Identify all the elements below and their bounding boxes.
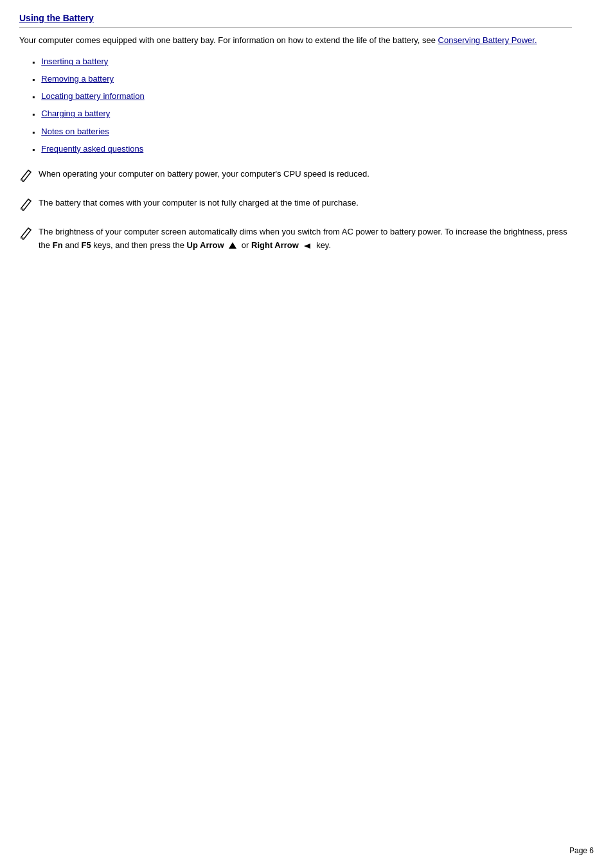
note-text-3: The brightness of your computer screen a… (39, 226, 572, 252)
svg-marker-3 (229, 242, 236, 249)
inserting-battery-link[interactable]: Inserting a battery (41, 57, 108, 66)
notes-batteries-link[interactable]: Notes on batteries (41, 127, 109, 136)
list-item: Charging a battery (32, 109, 572, 121)
note-icon-3 (19, 226, 33, 244)
note-icon-2 (19, 197, 33, 215)
topic-list: Inserting a battery Removing a battery L… (32, 57, 572, 156)
page-content: Using the Battery Your computer comes eq… (0, 0, 591, 288)
conserving-battery-link[interactable]: Conserving Battery Power. (438, 35, 537, 45)
note-2: The battery that comes with your compute… (19, 197, 572, 215)
note-1: When operating your computer on battery … (19, 168, 572, 186)
svg-rect-1 (20, 208, 24, 210)
list-item: Notes on batteries (32, 127, 572, 139)
svg-rect-2 (20, 237, 24, 239)
list-item: Inserting a battery (32, 57, 572, 69)
removing-battery-link[interactable]: Removing a battery (41, 74, 114, 84)
faq-link[interactable]: Frequently asked questions (41, 144, 143, 154)
intro-text: Your computer comes equipped with one ba… (19, 35, 436, 45)
svg-rect-0 (20, 179, 24, 181)
note-icon-1 (19, 168, 33, 186)
note-text-1: When operating your computer on battery … (39, 168, 369, 181)
charging-battery-link[interactable]: Charging a battery (41, 109, 110, 118)
list-item: Locating battery information (32, 91, 572, 103)
svg-marker-4 (304, 244, 310, 249)
intro-paragraph: Your computer comes equipped with one ba… (19, 34, 572, 48)
note-text-2: The battery that comes with your compute… (39, 197, 359, 210)
note-3: The brightness of your computer screen a… (19, 226, 572, 252)
list-item: Removing a battery (32, 74, 572, 86)
page-title: Using the Battery (19, 13, 572, 28)
locating-battery-link[interactable]: Locating battery information (41, 91, 144, 101)
up-arrow-icon (227, 241, 238, 251)
list-item: Frequently asked questions (32, 144, 572, 156)
right-arrow-icon (303, 241, 313, 251)
page-number: Page 6 (569, 846, 594, 855)
